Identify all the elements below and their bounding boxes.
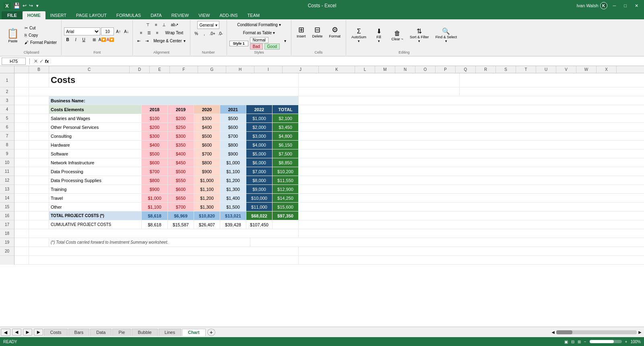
cell-2022-r15[interactable]: $11,000: [246, 203, 272, 211]
tab-page-layout[interactable]: PAGE LAYOUT: [71, 11, 111, 19]
cell-2020-r11[interactable]: $900: [194, 167, 220, 176]
maximize-btn[interactable]: □: [621, 2, 629, 9]
cell-2022-r11[interactable]: $7,000: [246, 167, 272, 176]
col-header-H[interactable]: H: [226, 66, 254, 73]
cell-2021-r14[interactable]: $1,400: [220, 194, 246, 202]
cell-header-2018[interactable]: 2018: [142, 105, 168, 114]
fill-btn[interactable]: ⬇ Fill ▾: [370, 25, 388, 46]
cell-label-r12[interactable]: Data Processing Supplies: [49, 176, 142, 184]
autosum-btn[interactable]: Σ AutoSum ▾: [349, 25, 369, 46]
cell-2020-r15[interactable]: $1,300: [194, 203, 220, 211]
col-header-P[interactable]: P: [436, 66, 456, 73]
cell-total-r9[interactable]: $7,500: [272, 149, 299, 158]
cell-2018-r8[interactable]: $400: [142, 141, 168, 149]
save-icon[interactable]: 💾: [13, 2, 20, 9]
tab-review[interactable]: REVIEW: [167, 11, 194, 19]
cell-total-label[interactable]: TOTAL PROJECT COSTS (*): [49, 211, 142, 220]
cell-2022-r5[interactable]: $1,000: [246, 114, 272, 122]
cell-A-r15[interactable]: [14, 203, 29, 211]
cell-A3[interactable]: [14, 96, 29, 105]
cell-total-r6[interactable]: $3,450: [272, 123, 299, 131]
increase-font-btn[interactable]: A↑: [115, 28, 122, 35]
cell-total-r7[interactable]: $4,800: [272, 132, 299, 140]
cell-2018-r9[interactable]: $500: [142, 149, 168, 158]
cell-B3[interactable]: [29, 96, 49, 105]
cell-2020-r7[interactable]: $500: [194, 132, 220, 140]
cell-2018-r11[interactable]: $700: [142, 167, 168, 176]
page-layout-icon[interactable]: ⊟: [571, 340, 574, 344]
cell-label-r10[interactable]: Network Infrastructure: [49, 158, 142, 167]
cell-reference-input[interactable]: H75: [2, 58, 26, 65]
cell-A-r8[interactable]: [14, 141, 29, 149]
font-name-select[interactable]: Arial: [64, 27, 100, 35]
cell-label-r15[interactable]: Other: [49, 203, 142, 211]
cell-2021-r11[interactable]: $1,100: [220, 167, 246, 176]
cell-label-r9[interactable]: Software: [49, 149, 142, 158]
cell-A-r11[interactable]: [14, 167, 29, 176]
cell-label-r7[interactable]: Consulting: [49, 132, 142, 140]
cell-header-2019[interactable]: 2019: [168, 105, 194, 114]
cell-2020-r9[interactable]: $700: [194, 149, 220, 158]
cell-A-r12[interactable]: [14, 176, 29, 184]
h-scroll-thumb[interactable]: [556, 330, 572, 334]
cell-B-r15[interactable]: [29, 203, 49, 211]
col-header-F[interactable]: F: [170, 66, 198, 73]
col-header-E[interactable]: E: [150, 66, 170, 73]
format-as-table-btn[interactable]: Format as Table ▾: [241, 29, 277, 36]
cell-2020-r6[interactable]: $400: [194, 123, 220, 131]
underline-btn[interactable]: U: [80, 36, 87, 43]
cell-label-r13[interactable]: Training: [49, 185, 142, 193]
cell-2021-r9[interactable]: $900: [220, 149, 246, 158]
cell-2021-r6[interactable]: $600: [220, 123, 246, 131]
increase-indent-btn[interactable]: ⇥: [143, 37, 151, 44]
align-bottom-btn[interactable]: ⊥: [161, 21, 168, 28]
cell-2022-r7[interactable]: $3,000: [246, 132, 272, 140]
col-header-G[interactable]: G: [198, 66, 226, 73]
cell-2022-r14[interactable]: $10,000: [246, 194, 272, 202]
cell-2021-r7[interactable]: $700: [220, 132, 246, 140]
tab-addins[interactable]: ADD-INS: [215, 11, 242, 19]
cell-2019-r14[interactable]: $650: [168, 194, 194, 202]
cell-2021-r5[interactable]: $500: [220, 114, 246, 122]
customize-icon[interactable]: ▼: [35, 4, 39, 8]
decrease-font-btn[interactable]: A↓: [123, 28, 130, 35]
cell-header-2021[interactable]: 2021: [220, 105, 246, 114]
col-header-U[interactable]: U: [536, 66, 556, 73]
cell-label-r5[interactable]: Salaries and Wages: [49, 114, 142, 122]
sheet-tab-pie[interactable]: Pie: [112, 329, 131, 336]
bold-btn[interactable]: B: [64, 36, 71, 43]
cell-total-2020[interactable]: $10,820: [194, 211, 220, 220]
col-header-L[interactable]: L: [355, 66, 375, 73]
cell-B-r14[interactable]: [29, 194, 49, 202]
undo-icon[interactable]: ↩: [23, 3, 27, 8]
close-btn[interactable]: ✕: [632, 2, 641, 9]
col-header-A[interactable]: [14, 66, 29, 73]
cell-A-r6[interactable]: [14, 123, 29, 131]
cell-2018-r6[interactable]: $200: [142, 123, 168, 131]
cell-rest-1[interactable]: [299, 73, 460, 87]
cell-2019-r7[interactable]: $300: [168, 132, 194, 140]
cell-2020-r10[interactable]: $800: [194, 158, 220, 167]
sheet-tab-chart[interactable]: Chart: [182, 329, 206, 336]
clear-btn[interactable]: 🗑 Clear ~: [388, 25, 406, 46]
cell-B-r8[interactable]: [29, 141, 49, 149]
increase-decimal-btn[interactable]: .0+: [209, 30, 216, 37]
cell-cumul-label[interactable]: CUMULATIVE PROJECT COSTS: [49, 220, 142, 229]
cell-header-2022[interactable]: 2022: [246, 105, 272, 114]
cell-B-r11[interactable]: [29, 167, 49, 176]
cell-A1[interactable]: [14, 73, 29, 87]
zoom-out-icon[interactable]: −: [584, 340, 586, 344]
scroll-left-btn[interactable]: ◄: [551, 329, 555, 335]
align-top-btn[interactable]: ⊤: [144, 21, 152, 28]
cell-2021-r12[interactable]: $1,200: [220, 176, 246, 184]
sheet-tab-lines[interactable]: Lines: [159, 329, 181, 336]
cell-C1[interactable]: Costs: [49, 73, 299, 87]
cell-cumul-2022[interactable]: $107,450: [246, 220, 272, 229]
zoom-in-icon[interactable]: +: [625, 340, 627, 344]
cell-B-r12[interactable]: [29, 176, 49, 184]
col-header-V[interactable]: V: [556, 66, 576, 73]
align-left-btn[interactable]: ≡: [138, 29, 145, 36]
col-header-I[interactable]: I: [254, 66, 283, 73]
cell-A4[interactable]: [14, 105, 29, 114]
cell-2019-r8[interactable]: $350: [168, 141, 194, 149]
